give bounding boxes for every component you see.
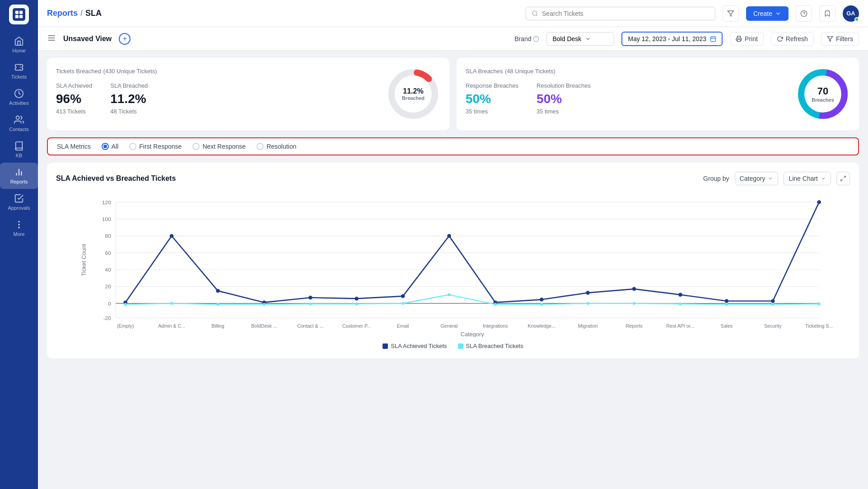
svg-text:Knowledge...: Knowledge... (527, 323, 555, 329)
search-box[interactable] (526, 7, 715, 20)
response-breaches-label: Response Breaches (466, 82, 518, 89)
svg-text:60: 60 (105, 250, 112, 256)
avatar-online-dot (854, 17, 859, 22)
svg-line-34 (841, 179, 843, 181)
svg-point-78 (540, 303, 543, 306)
hamburger-menu[interactable] (47, 33, 56, 44)
legend-breached: SLA Breached Tickets (458, 343, 523, 349)
sidebar: Home Tickets Activities Contacts KB Repo… (0, 0, 38, 489)
svg-marker-14 (728, 11, 733, 16)
add-view-button[interactable]: + (119, 33, 131, 45)
svg-point-10 (19, 224, 19, 225)
svg-point-84 (817, 302, 820, 305)
chart-legend: SLA Achieved Tickets SLA Breached Ticket… (56, 343, 850, 349)
filter-icon-btn[interactable] (723, 5, 739, 22)
svg-point-9 (19, 221, 19, 222)
svg-text:0: 0 (108, 301, 111, 306)
sidebar-item-approvals[interactable]: Approvals (0, 189, 38, 215)
legend-achieved-dot (383, 343, 388, 349)
svg-text:80: 80 (105, 233, 112, 239)
svg-text:Ticketing S...: Ticketing S... (805, 323, 833, 329)
svg-rect-1 (19, 11, 23, 14)
filters-button[interactable]: Filters (821, 32, 859, 46)
svg-point-65 (678, 293, 682, 297)
svg-text:120: 120 (102, 199, 111, 205)
sidebar-item-kb-label: KB (16, 153, 23, 158)
sidebar-item-tickets-label: Tickets (11, 74, 27, 80)
sidebar-item-contacts[interactable]: Contacts (0, 110, 38, 136)
date-range-button[interactable]: May 12, 2023 - Jul 11, 2023 (621, 32, 723, 46)
sla-metrics-resolution[interactable]: Resolution (257, 143, 296, 150)
breadcrumb-reports[interactable]: Reports (47, 9, 78, 18)
response-breaches-value: 50% (466, 92, 518, 106)
topbar: Reports / SLA Create GA (38, 0, 868, 27)
sidebar-item-kb[interactable]: KB (0, 136, 38, 163)
sidebar-item-reports-label: Reports (10, 179, 28, 184)
sla-metrics-all[interactable]: All (102, 143, 119, 150)
sidebar-item-reports[interactable]: Reports (0, 163, 38, 189)
sidebar-item-contacts-label: Contacts (9, 127, 28, 132)
create-button[interactable]: Create (746, 6, 789, 21)
group-by-select[interactable]: Category (735, 172, 779, 185)
svg-point-5 (16, 116, 19, 119)
user-avatar-wrapper[interactable]: GA (843, 5, 859, 22)
brand-chevron-icon (585, 36, 591, 42)
sla-metrics-first-response[interactable]: First Response (129, 143, 182, 150)
legend-achieved: SLA Achieved Tickets (383, 343, 447, 349)
sla-breached-tickets: 48 Tickets (110, 108, 148, 115)
bookmark-icon-btn[interactable] (819, 5, 835, 22)
chart-controls: Group by Category Line Chart (703, 172, 850, 185)
sla-achieved-value: 96% (56, 92, 92, 106)
create-label: Create (753, 10, 772, 17)
breadcrumb: Reports / SLA (47, 9, 102, 18)
sidebar-logo[interactable] (9, 5, 29, 24)
refresh-button[interactable]: Refresh (771, 32, 814, 46)
sla-breached-label: SLA Breached (110, 82, 148, 89)
svg-text:Integrations: Integrations (483, 323, 508, 329)
help-icon-btn[interactable] (796, 5, 812, 22)
chart-type-chevron (821, 176, 826, 181)
svg-text:(Empty): (Empty) (117, 323, 134, 329)
svg-rect-3 (19, 15, 23, 18)
brand-select[interactable]: Bold Desk (546, 32, 614, 46)
search-input[interactable] (542, 10, 709, 17)
tickets-breached-card: Tickets Breached (430 Unique Tickets) SL… (47, 58, 449, 130)
svg-point-67 (771, 299, 775, 303)
svg-text:Email: Email (397, 323, 409, 329)
sidebar-item-home[interactable]: Home (0, 32, 38, 58)
create-chevron-icon (775, 10, 781, 17)
resolution-breaches-times: 35 times (537, 108, 591, 115)
svg-text:40: 40 (105, 267, 112, 273)
donut-breaches-sub: Breaches (812, 97, 834, 103)
svg-point-74 (355, 302, 358, 305)
svg-rect-2 (15, 15, 19, 18)
svg-rect-27 (737, 39, 741, 42)
print-button[interactable]: Print (730, 32, 764, 46)
expand-chart-button[interactable] (836, 172, 850, 185)
svg-text:Billing: Billing (211, 323, 224, 329)
chart-type-select[interactable]: Line Chart (784, 172, 831, 185)
svg-text:Contact & ...: Contact & ... (297, 323, 324, 329)
filter-icon (727, 10, 734, 17)
donut-breached-value: 11.2% (402, 87, 425, 95)
svg-point-69 (124, 303, 126, 306)
sla-breaches-subtitle: (48 Unique Tickets) (505, 68, 555, 75)
group-by-chevron (768, 176, 773, 181)
sla-metrics-next-response[interactable]: Next Response (192, 143, 246, 150)
svg-point-62 (540, 298, 544, 302)
sidebar-item-tickets[interactable]: Tickets (0, 58, 38, 84)
main-content: Reports / SLA Create GA (38, 0, 868, 489)
svg-text:Category: Category (461, 331, 485, 337)
svg-rect-23 (711, 37, 716, 42)
brand-info-icon[interactable] (533, 36, 539, 42)
svg-text:Migration: Migration (578, 323, 598, 329)
tickets-breached-title: Tickets Breached (430 Unique Tickets) (56, 67, 386, 75)
sidebar-item-more[interactable]: More (0, 215, 38, 241)
svg-line-33 (844, 176, 845, 178)
sidebar-item-activities[interactable]: Activities (0, 84, 38, 110)
radio-all-circle (102, 143, 109, 150)
resolution-breaches-value: 50% (537, 92, 591, 106)
svg-text:Admin & C...: Admin & C... (158, 323, 185, 329)
group-by-value: Category (740, 175, 765, 182)
radio-next-label: Next Response (202, 143, 246, 150)
